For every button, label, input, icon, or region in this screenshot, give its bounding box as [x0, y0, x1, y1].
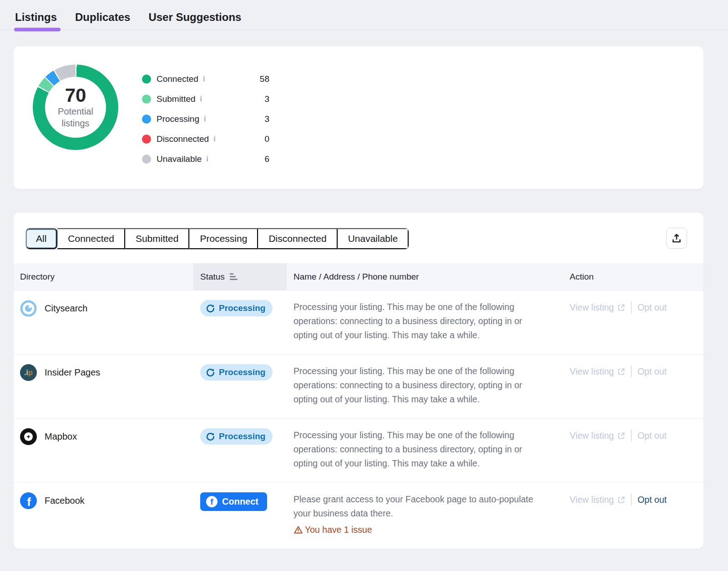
- submitted-dot-icon: [142, 95, 151, 104]
- legend-row-submitted: Submitted i 3: [142, 89, 269, 109]
- view-listing-link[interactable]: View listing: [570, 495, 625, 505]
- view-listing-label: View listing: [570, 431, 614, 441]
- filter-all[interactable]: All: [26, 228, 57, 249]
- opt-out-link[interactable]: Opt out: [637, 495, 667, 505]
- potential-listings-donut: 70 Potential listings: [33, 65, 118, 150]
- filter-disconnected[interactable]: Disconnected: [258, 228, 337, 249]
- view-listing-label: View listing: [570, 302, 614, 313]
- export-icon: [671, 233, 682, 244]
- filter-unavailable[interactable]: Unavailable: [338, 228, 409, 249]
- refresh-icon: [206, 368, 215, 377]
- legend-row-unavailable: Unavailable i 6: [142, 149, 269, 169]
- action-divider: [631, 366, 632, 377]
- info-icon[interactable]: i: [213, 135, 215, 143]
- directory-name: Insider Pages: [45, 367, 100, 378]
- info-icon[interactable]: i: [204, 115, 206, 123]
- status-label: Processing: [219, 367, 265, 377]
- directory-name: Citysearch: [45, 303, 87, 314]
- legend-label: Processing: [157, 114, 199, 124]
- table-row: Citysearch Processing Processing your li…: [14, 290, 703, 354]
- view-listing-link[interactable]: View listing: [570, 431, 625, 441]
- refresh-icon: [206, 432, 215, 441]
- opt-out-link[interactable]: Opt out: [637, 302, 667, 313]
- status-cell: Processing: [193, 428, 287, 471]
- legend-count: 3: [264, 94, 269, 104]
- table-row: .ip Insider Pages Processing Processing …: [14, 354, 703, 418]
- connected-dot-icon: [142, 75, 151, 84]
- filter-processing[interactable]: Processing: [189, 228, 258, 249]
- directory-cell: .ip Insider Pages: [14, 364, 193, 381]
- processing-status-badge: Processing: [200, 300, 273, 316]
- filter-connected[interactable]: Connected: [57, 228, 125, 249]
- status-legend: Connected i 58 Submitted i 3 Processing …: [142, 69, 269, 169]
- info-icon[interactable]: i: [200, 95, 202, 103]
- issue-warning[interactable]: You have 1 issue: [293, 523, 538, 537]
- table-row: f Facebook f Connect Please grant access…: [14, 482, 703, 549]
- listings-card: All Connected Submitted Processing Disco…: [14, 213, 703, 549]
- listings-toolbar: All Connected Submitted Processing Disco…: [14, 225, 703, 250]
- legend-row-disconnected: Disconnected i 0: [142, 129, 269, 149]
- column-status-sortable[interactable]: Status: [193, 263, 287, 290]
- info-icon[interactable]: i: [206, 155, 208, 163]
- sort-icon: [230, 273, 238, 280]
- action-cell: View listing Opt out: [570, 366, 703, 377]
- opt-out-link[interactable]: Opt out: [637, 431, 667, 441]
- table-header: Directory Status Name / Address / Phone …: [14, 263, 703, 290]
- listing-description: Processing your listing. This may be one…: [287, 364, 570, 406]
- tab-user-suggestions[interactable]: User Suggestions: [148, 11, 241, 30]
- info-icon[interactable]: i: [203, 75, 205, 83]
- legend-count: 6: [264, 154, 269, 164]
- warning-triangle-icon: [293, 525, 303, 535]
- legend-count: 58: [260, 74, 269, 84]
- column-status-label: Status: [200, 272, 225, 282]
- listing-description: Processing your listing. This may be one…: [287, 428, 570, 471]
- view-listing-link[interactable]: View listing: [570, 302, 625, 313]
- column-name-address-phone: Name / Address / Phone number: [287, 263, 570, 290]
- external-link-icon: [617, 368, 625, 376]
- action-cell: View listing Opt out: [570, 301, 703, 313]
- processing-status-badge: Processing: [200, 364, 273, 381]
- insider-pages-logo-icon: .ip: [20, 364, 37, 381]
- action-divider: [631, 301, 632, 313]
- legend-count: 3: [264, 114, 269, 124]
- directory-name: Facebook: [45, 496, 85, 506]
- legend-row-connected: Connected i 58: [142, 69, 269, 89]
- view-listing-link[interactable]: View listing: [570, 366, 625, 377]
- donut-total-value: 70: [65, 85, 86, 105]
- legend-label: Disconnected: [157, 134, 209, 144]
- disconnected-dot-icon: [142, 135, 151, 144]
- opt-out-link[interactable]: Opt out: [637, 366, 667, 377]
- filter-submitted[interactable]: Submitted: [125, 228, 190, 249]
- external-link-icon: [617, 496, 625, 504]
- legend-row-processing: Processing i 3: [142, 109, 269, 129]
- tab-bar: Listings Duplicates User Suggestions: [0, 0, 728, 30]
- mapbox-logo-icon: [20, 428, 37, 445]
- view-listing-label: View listing: [570, 495, 614, 505]
- unavailable-dot-icon: [142, 155, 151, 164]
- issue-text: You have 1 issue: [305, 523, 372, 537]
- legend-label: Connected: [157, 74, 198, 84]
- connect-button[interactable]: f Connect: [200, 492, 267, 511]
- table-row: Mapbox Processing Processing your listin…: [14, 418, 703, 482]
- directory-cell: Mapbox: [14, 428, 193, 445]
- listing-description: Processing your listing. This may be one…: [287, 300, 570, 342]
- donut-center: 70 Potential listings: [45, 77, 106, 138]
- processing-status-badge: Processing: [200, 428, 273, 445]
- directory-name: Mapbox: [45, 431, 77, 442]
- action-divider: [631, 494, 632, 506]
- tab-listings[interactable]: Listings: [15, 11, 57, 30]
- external-link-icon: [617, 304, 625, 311]
- column-action: Action: [570, 263, 703, 290]
- action-divider: [631, 430, 632, 441]
- processing-dot-icon: [142, 115, 151, 124]
- tab-duplicates[interactable]: Duplicates: [75, 11, 130, 30]
- listing-management-page: Listings Duplicates User Suggestions 70 …: [0, 0, 728, 571]
- directory-cell: f Facebook: [14, 492, 193, 509]
- view-listing-label: View listing: [570, 366, 614, 377]
- export-button[interactable]: [666, 228, 687, 249]
- status-cell: f Connect: [193, 492, 287, 537]
- column-directory: Directory: [14, 263, 193, 290]
- refresh-icon: [206, 304, 215, 313]
- donut-total-label: Potential listings: [51, 105, 101, 129]
- external-link-icon: [617, 432, 625, 440]
